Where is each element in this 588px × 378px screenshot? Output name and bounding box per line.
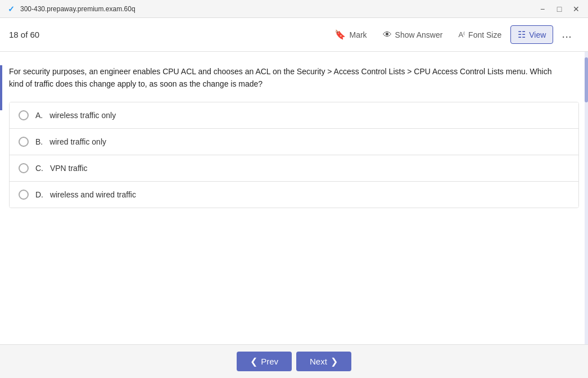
radio-c[interactable] (19, 163, 29, 173)
question-counter: 18 of 60 (9, 30, 328, 39)
option-a-text: wireless traffic only (49, 111, 116, 120)
radio-b[interactable] (19, 137, 29, 147)
option-b-text: wired traffic only (49, 137, 106, 146)
close-button[interactable]: ✕ (571, 4, 581, 14)
next-button[interactable]: Next ❯ (296, 352, 351, 371)
option-a[interactable]: A. wireless traffic only (10, 102, 578, 129)
show-answer-button[interactable]: 👁 Show Answer (376, 26, 450, 43)
bookmark-icon: 🔖 (334, 29, 346, 40)
window-controls: − □ ✕ (537, 4, 581, 14)
titlebar: ✓ 300-430.prepaway.premium.exam.60q − □ … (0, 0, 588, 18)
mark-button[interactable]: 🔖 Mark (328, 26, 373, 43)
app-icon: ✓ (7, 4, 16, 14)
option-c-text: VPN traffic (50, 164, 88, 173)
main-content: For security purposes, an engineer enabl… (0, 52, 588, 344)
font-icon: A⁽ (458, 30, 465, 39)
eye-icon: 👁 (383, 30, 392, 40)
maximize-button[interactable]: □ (554, 4, 564, 14)
radio-d[interactable] (19, 190, 29, 200)
view-button[interactable]: ☷ View (510, 25, 553, 44)
prev-button[interactable]: ❮ Prev (237, 352, 292, 371)
more-button[interactable]: ... (555, 27, 579, 43)
options-container: A. wireless traffic only B. wired traffi… (9, 102, 579, 208)
option-d[interactable]: D. wireless and wired traffic (10, 182, 578, 208)
option-d-text: wireless and wired traffic (50, 190, 136, 199)
more-icon: ... (562, 30, 572, 39)
window-title: 300-430.prepaway.premium.exam.60q (20, 5, 537, 13)
toolbar: 18 of 60 🔖 Mark 👁 Show Answer A⁽ Font Si… (0, 18, 588, 52)
view-icon: ☷ (518, 29, 526, 40)
option-c-letter: C. (35, 164, 43, 173)
radio-a[interactable] (19, 110, 29, 120)
font-size-button[interactable]: A⁽ Font Size (451, 27, 508, 43)
next-chevron-icon: ❯ (331, 356, 338, 367)
option-b-letter: B. (35, 137, 43, 146)
option-b[interactable]: B. wired traffic only (10, 129, 578, 155)
scrollbar-track[interactable] (585, 52, 588, 344)
prev-chevron-icon: ❮ (250, 356, 257, 367)
left-accent-bar (0, 65, 2, 110)
toolbar-actions: 🔖 Mark 👁 Show Answer A⁽ Font Size ☷ View… (328, 25, 579, 44)
bottom-nav: ❮ Prev Next ❯ (0, 344, 588, 378)
question-text: For security purposes, an engineer enabl… (9, 65, 579, 91)
option-c[interactable]: C. VPN traffic (10, 155, 578, 182)
scrollbar-thumb[interactable] (585, 57, 588, 102)
minimize-button[interactable]: − (537, 4, 548, 14)
option-d-letter: D. (35, 190, 43, 199)
option-a-letter: A. (35, 111, 43, 120)
